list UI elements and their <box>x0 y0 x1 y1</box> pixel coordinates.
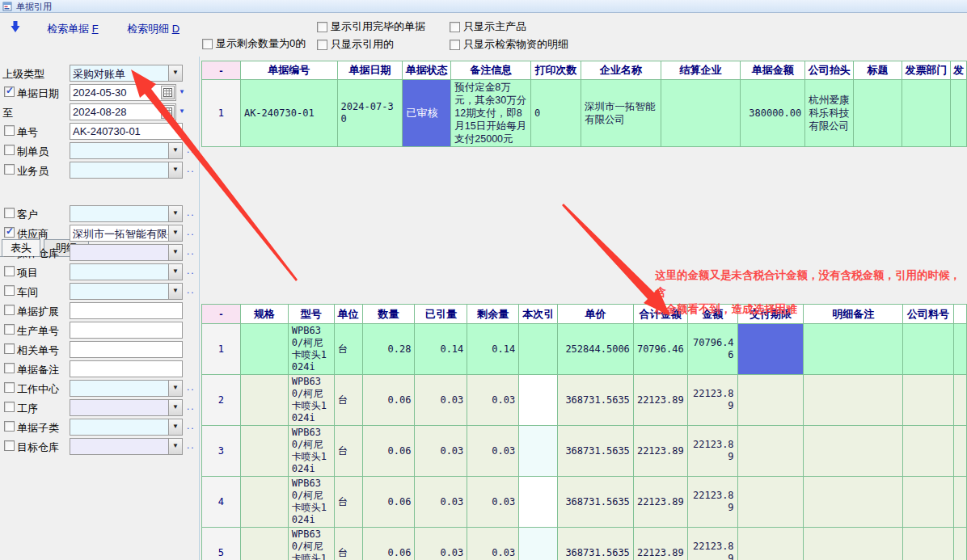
grid-cell[interactable] <box>950 80 966 147</box>
grid-cell[interactable]: 22123.89 <box>687 426 737 477</box>
filter-salesman-dropdown[interactable]: ▼ <box>70 162 183 179</box>
grid-cell[interactable] <box>953 375 966 426</box>
grid-cell[interactable] <box>953 477 966 528</box>
grid-cell[interactable]: 台 <box>334 375 362 426</box>
grid-cell[interactable]: 0 <box>531 80 581 147</box>
grid-cell[interactable]: 0.03 <box>467 375 519 426</box>
filter-related-no-checkbox[interactable] <box>4 343 15 354</box>
grid-cell[interactable]: 0.03 <box>415 477 467 528</box>
filter-doc-subtype-dropdown[interactable]: ▼ <box>70 419 183 436</box>
checkbox-only-searched-material-detail[interactable]: 只显示检索物资的明细 <box>450 37 568 52</box>
filter-doc-remark-input[interactable] <box>70 360 183 377</box>
grid-cell[interactable]: WPB630/柯尼卡喷头1024i <box>288 375 334 426</box>
column-header-型号[interactable]: 型号 <box>288 305 334 324</box>
column-header-标题[interactable]: 标题 <box>854 61 902 80</box>
grid-cell[interactable]: WPB630/柯尼卡喷头1024i <box>288 477 334 528</box>
filter-salesman-checkbox[interactable] <box>4 164 15 175</box>
calendar-icon[interactable] <box>161 86 175 99</box>
column-header--[interactable]: - <box>202 61 241 80</box>
column-header-发[interactable]: 发 <box>950 61 966 80</box>
grid-cell[interactable]: 台 <box>334 477 362 528</box>
grid-cell[interactable]: WPB630/柯尼卡喷头1024i <box>288 528 334 560</box>
grid-cell[interactable] <box>804 426 903 477</box>
date-dropdown-arrow-icon[interactable]: ▼ <box>179 107 185 115</box>
grid-cell[interactable]: 368731.5635 <box>558 477 634 528</box>
grid-cell[interactable] <box>903 426 954 477</box>
grid-cell[interactable]: 368731.5635 <box>558 426 634 477</box>
chevron-down-icon[interactable]: ▼ <box>168 381 182 396</box>
grid-cell[interactable] <box>804 375 903 426</box>
filter-target-warehouse-checkbox[interactable] <box>4 440 15 451</box>
chevron-down-icon[interactable]: ▼ <box>168 439 182 454</box>
grid-cell[interactable]: 杭州爱康科乐科技有限公司 <box>805 80 854 147</box>
filter-parent-type-dropdown[interactable]: 采购对账单▼ <box>70 65 183 82</box>
grid-cell[interactable]: 0.06 <box>362 426 415 477</box>
filter-process-checkbox[interactable] <box>4 402 15 412</box>
search-detail-link[interactable]: 检索明细 D <box>127 22 179 36</box>
filter-workshop-checkbox[interactable] <box>4 285 15 296</box>
grid-cell[interactable] <box>903 528 954 560</box>
column-header-已引量[interactable]: 已引量 <box>415 305 467 324</box>
grid-cell[interactable]: 252844.5006 <box>558 324 634 375</box>
search-doc-link[interactable]: 检索单据 F <box>47 22 99 36</box>
filter-target-warehouse-dropdown[interactable]: ▼ <box>70 438 183 455</box>
grid-cell[interactable]: 0.03 <box>415 375 467 426</box>
grid-cell[interactable] <box>240 528 288 560</box>
grid-cell[interactable] <box>902 80 951 147</box>
calendar-icon[interactable] <box>161 105 175 119</box>
grid-cell[interactable] <box>519 477 558 528</box>
column-header-单据状态[interactable]: 单据状态 <box>403 61 451 80</box>
filter-doc-no-input[interactable]: AK-240730-01 <box>70 123 183 140</box>
grid-cell[interactable]: 0.03 <box>467 528 519 560</box>
grid-cell[interactable]: AK-240730-01 <box>240 80 337 147</box>
grid-cell[interactable]: 0.28 <box>362 324 415 375</box>
grid-cell[interactable] <box>240 324 288 375</box>
grid-cell[interactable]: 台 <box>334 528 362 560</box>
grid-cell[interactable] <box>519 426 558 477</box>
panel-splitter[interactable] <box>199 57 200 560</box>
checkbox-icon[interactable] <box>450 40 460 50</box>
grid-cell[interactable]: 0.06 <box>362 528 415 560</box>
grid-cell[interactable] <box>737 477 804 528</box>
grid-cell[interactable] <box>240 477 288 528</box>
column-header--[interactable]: - <box>202 305 241 324</box>
grid-cell[interactable]: 0.14 <box>467 324 519 375</box>
filter-work-center-dropdown[interactable]: ▼ <box>70 380 183 397</box>
ellipsis-button[interactable]: .. <box>187 265 196 276</box>
filter-doc-date-from-date[interactable]: 2024-05-30 <box>70 84 176 101</box>
chevron-down-icon[interactable]: ▼ <box>168 162 182 178</box>
filter-customer-dropdown[interactable]: ▼ <box>70 205 183 222</box>
grid-cell[interactable]: 22123.89 <box>687 477 737 528</box>
grid-cell[interactable]: 368731.5635 <box>558 528 634 560</box>
filter-customer-checkbox[interactable] <box>4 208 15 218</box>
chevron-down-icon[interactable]: ▼ <box>168 284 182 299</box>
grid-cell[interactable]: 2024-07-30 <box>337 80 403 147</box>
grid-cell[interactable]: WPB630/柯尼卡喷头1024i <box>288 324 334 375</box>
filter-production-no-input[interactable] <box>70 322 183 339</box>
grid-cell[interactable]: WPB630/柯尼卡喷头1024i <box>288 426 334 477</box>
column-header-本次引[interactable]: 本次引 <box>519 305 558 324</box>
grid-cell[interactable] <box>737 426 804 477</box>
grid-cell[interactable] <box>240 426 288 477</box>
column-header-公司抬头[interactable]: 公司抬头 <box>805 61 854 80</box>
chevron-down-icon[interactable]: ▼ <box>168 419 182 435</box>
grid-cell[interactable] <box>903 324 954 375</box>
date-dropdown-arrow-icon[interactable]: ▼ <box>179 88 185 95</box>
grid-cell[interactable] <box>953 528 966 560</box>
execute-arrow-icon[interactable] <box>8 19 23 34</box>
grid-cell[interactable]: 0.06 <box>362 375 415 426</box>
grid-cell[interactable] <box>737 324 804 375</box>
column-header-数量[interactable]: 数量 <box>362 305 415 324</box>
grid-cell[interactable] <box>661 80 741 147</box>
grid-cell[interactable] <box>903 477 954 528</box>
grid-cell[interactable]: 0.03 <box>467 426 519 477</box>
column-header-单据金额[interactable]: 单据金额 <box>741 61 805 80</box>
grid-cell[interactable]: 已审核 <box>403 80 451 147</box>
filter-doc-date-to-date[interactable]: 2024-08-28 <box>70 103 176 120</box>
row-number-cell[interactable]: 2 <box>202 375 241 426</box>
grid-cell[interactable] <box>519 528 558 560</box>
grid-cell[interactable]: 22123.89 <box>633 426 687 477</box>
chevron-down-icon[interactable]: ▼ <box>168 245 182 260</box>
ellipsis-button[interactable]: .. <box>187 440 196 451</box>
tab-header[interactable]: 表头 <box>2 239 40 256</box>
